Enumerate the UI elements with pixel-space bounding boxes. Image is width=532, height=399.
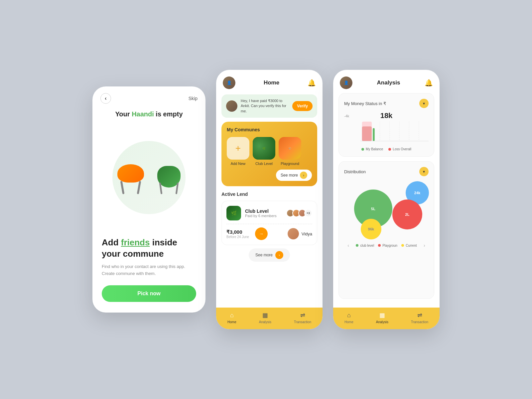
nav-home[interactable]: ⌂ Home: [227, 312, 236, 324]
money-status-dropdown[interactable]: ▼: [419, 99, 429, 108]
transaction-nav-label: Transaction: [294, 320, 311, 324]
nav-analysis[interactable]: ▦ Analysis: [259, 312, 271, 324]
notif-avatar: [226, 100, 237, 112]
home3-nav-icon: ⌂: [347, 312, 351, 319]
notif-text: Hey, I have paid ₹3000 to Ankit. Can you…: [241, 98, 289, 114]
active-lend-title: Active Lend: [221, 192, 317, 197]
bottom-nav-screen2: ⌂ Home ▦ Analysis ⇌ Transaction: [216, 308, 323, 329]
lend-amount-group: ₹3,000 Before 24 June: [226, 229, 249, 239]
lend-avatar-more: +3: [304, 209, 312, 217]
lend-see-more-label: See more: [255, 253, 273, 257]
verify-button[interactable]: Verify: [292, 101, 313, 111]
bell-icon[interactable]: 🔔: [308, 79, 316, 87]
bottom-area: Add friends inside your commune Find who…: [92, 237, 205, 313]
orange-leg-right: [137, 181, 141, 194]
club-lend-row: 🌿 Club Level Paid by 6 members +3: [226, 206, 312, 220]
nav-transaction[interactable]: ⇌ Transaction: [294, 312, 311, 324]
dist-legend-current: Current: [401, 244, 417, 247]
commune-add-new[interactable]: + Add New: [227, 137, 249, 166]
money-status-card: My Money Status in ₹ ▼ -4k 18k: [338, 93, 434, 157]
analysis-title: Analysis: [377, 79, 400, 86]
commune-playground-label: Playground: [281, 162, 299, 166]
avatar-image: 👤: [223, 76, 235, 89]
nav3-home[interactable]: ⌂ Home: [344, 312, 353, 324]
analysis-avatar[interactable]: 👤: [340, 76, 352, 89]
home3-nav-label: Home: [344, 320, 353, 324]
commune-club-level[interactable]: 🌿 Club Level: [253, 137, 275, 166]
playground-dot: [378, 244, 381, 247]
pick-now-button[interactable]: Pick now: [102, 285, 196, 302]
loss-label: Loss Overall: [393, 147, 411, 151]
distribution-title: Distribution: [344, 169, 366, 174]
bubble-chart: 24k 5L 2L 96k: [344, 180, 429, 239]
screen1-header: ‹ Skip: [92, 86, 205, 107]
back-button[interactable]: ‹: [100, 93, 111, 104]
communes-grid: + Add New 🌿 Club Level 🎨 Playground: [227, 137, 312, 166]
title-part2: is empty: [154, 110, 183, 118]
title-part1: Your: [115, 110, 132, 118]
add-new-icon: +: [227, 137, 249, 160]
chart-legend: My Balance Loss Overall: [344, 147, 429, 151]
lend-date: Before 24 June: [226, 235, 249, 239]
distribution-card: Distribution ▼ 24k 5L 2L 96k ‹ club leve…: [338, 161, 434, 299]
green-chair: [154, 164, 184, 194]
balance-dot: [361, 148, 364, 151]
commune-add-label: Add New: [231, 162, 246, 166]
chairs-illustration: [92, 118, 205, 237]
lend-avatars: +3: [286, 209, 312, 217]
communes-title: My Communes: [227, 127, 312, 132]
home-nav-icon: ⌂: [230, 312, 234, 319]
bar-chart: [344, 118, 429, 145]
bubble-2l: 2L: [392, 200, 422, 229]
orange-leg-left: [120, 181, 125, 194]
analysis-nav-label: Analysis: [259, 320, 271, 324]
communes-footer: See more ›: [227, 170, 312, 181]
nav3-transaction[interactable]: ⇌ Transaction: [411, 312, 428, 324]
balance-label: My Balance: [366, 147, 383, 151]
see-more-label: See more: [281, 173, 298, 178]
club-lend-info: Club Level Paid by 6 members: [245, 208, 282, 218]
dist-legend-items: club level Playgroun Current: [356, 244, 417, 247]
bar-chart-area: -4k 18k: [344, 111, 429, 145]
tagline-part1: Add: [102, 237, 121, 247]
screen2-header: 👤 Home 🔔: [216, 70, 323, 93]
analysis-bell-icon[interactable]: 🔔: [425, 79, 433, 87]
transaction3-nav-label: Transaction: [411, 320, 428, 324]
money-status-header: My Money Status in ₹ ▼: [344, 99, 429, 108]
legend-balance: My Balance: [361, 147, 383, 151]
lend-transfer-arrow[interactable]: →: [255, 227, 268, 240]
legend-loss: Loss Overall: [388, 147, 411, 151]
home-title: Home: [264, 79, 279, 86]
club-lend-name: Club Level: [245, 208, 282, 214]
svg-rect-2: [373, 128, 375, 141]
user-avatar[interactable]: 👤: [223, 76, 235, 89]
skip-button[interactable]: Skip: [189, 96, 198, 101]
current-legend-label: Current: [406, 244, 417, 247]
money-status-title: My Money Status in ₹: [344, 101, 386, 106]
commune-club-label: Club Level: [255, 162, 273, 166]
club-lend-icon: 🌿: [226, 206, 241, 220]
lend-see-more-arrow: ›: [275, 251, 283, 259]
nav3-analysis[interactable]: ▦ Analysis: [376, 312, 388, 324]
dist-next-arrow[interactable]: ›: [424, 243, 425, 248]
commune-playground[interactable]: 🎨 Playground: [279, 137, 301, 166]
vidya-avatar: [288, 228, 299, 239]
communes-see-more-button[interactable]: See more ›: [276, 170, 312, 181]
transaction3-nav-icon: ⇌: [417, 312, 422, 319]
empty-title: Your Haandi is empty: [92, 107, 205, 118]
transaction-nav-icon: ⇌: [300, 312, 305, 319]
communes-section: My Communes + Add New 🌿 Club Level �: [221, 122, 317, 186]
chairs: [114, 161, 184, 194]
playground-legend-label: Playgroun: [382, 244, 397, 247]
distribution-legend: ‹ club level Playgroun Current ›: [344, 243, 429, 248]
analysis3-nav-label: Analysis: [376, 320, 388, 324]
dist-prev-arrow[interactable]: ‹: [347, 243, 349, 248]
back-icon: ‹: [105, 95, 106, 101]
lend-see-more-button[interactable]: See more ›: [249, 248, 290, 262]
active-lend-section: Active Lend 🌿 Club Level Paid by 6 membe…: [216, 192, 323, 304]
analysis-nav-icon: ▦: [262, 312, 268, 319]
distribution-dropdown[interactable]: ▼: [419, 167, 429, 176]
lend-payment-row: ₹3,000 Before 24 June → Vidya: [226, 227, 312, 240]
tagline: Add friends inside your commune: [92, 237, 205, 264]
analysis-avatar-img: 👤: [340, 76, 352, 89]
